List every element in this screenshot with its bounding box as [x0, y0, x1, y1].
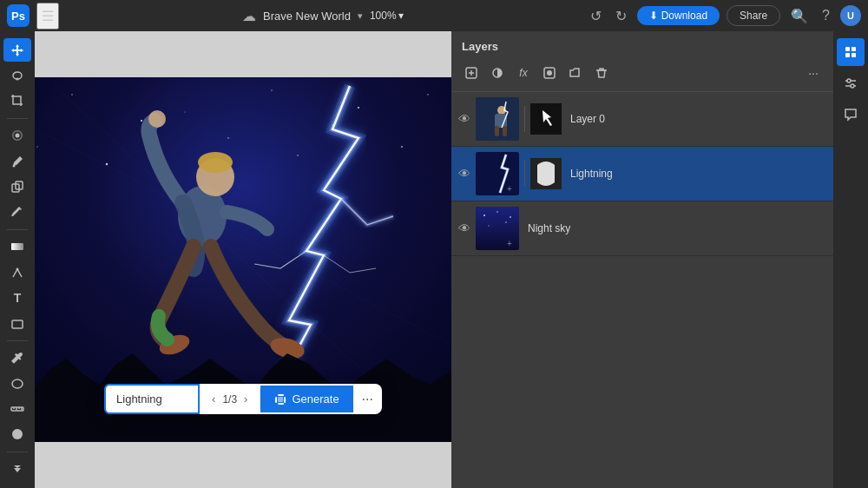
prev-result-button[interactable]: ‹ — [208, 389, 219, 409]
svg-point-3 — [13, 164, 16, 167]
floating-toolbar: ‹ 1/3 › Generate ··· — [104, 384, 382, 414]
svg-point-15 — [12, 429, 23, 439]
zoom-control[interactable]: 100% ▾ — [370, 10, 404, 22]
svg-point-9 — [12, 379, 23, 388]
tool-separator-4 — [7, 452, 28, 452]
crop-tool[interactable] — [3, 89, 31, 113]
more-tools-button[interactable] — [3, 458, 31, 481]
topbar-right: ↺ ↻ ⬇ Download Share 🔍 ? U — [587, 5, 861, 26]
svg-rect-73 — [852, 53, 856, 57]
comments-button[interactable] — [837, 101, 865, 129]
ruler-tool[interactable] — [3, 397, 31, 420]
svg-point-7 — [16, 267, 19, 270]
svg-rect-8 — [12, 320, 23, 328]
generate-icon — [274, 393, 286, 406]
lasso-tool[interactable] — [3, 63, 31, 87]
canvas-image: ‹ 1/3 › Generate ··· — [35, 77, 451, 442]
ellipse-tool[interactable] — [3, 372, 31, 395]
main-area: T — [0, 31, 868, 488]
tool-separator-2 — [7, 229, 28, 230]
layer-thumbnail-0 — [476, 97, 519, 141]
layer-mask-lightning — [530, 158, 562, 189]
svg-point-1 — [16, 77, 19, 80]
ps-logo[interactable]: Ps — [7, 4, 30, 27]
svg-rect-72 — [845, 53, 850, 57]
svg-rect-41 — [275, 397, 277, 403]
svg-point-66 — [510, 216, 511, 218]
tool-separator-1 — [7, 118, 28, 119]
clone-tool[interactable] — [3, 175, 31, 198]
canvas-area[interactable]: ‹ 1/3 › Generate ··· — [35, 31, 451, 488]
next-result-button[interactable]: › — [240, 389, 251, 409]
svg-text:+: + — [507, 184, 512, 194]
fill-tool[interactable] — [3, 423, 31, 446]
eraser-tool[interactable] — [3, 201, 31, 224]
topbar-left: Ps ☰ — [7, 3, 59, 30]
svg-rect-44 — [278, 403, 284, 405]
layer-thumbnail-sky: + — [476, 207, 519, 250]
svg-rect-6 — [11, 243, 23, 250]
text-tool[interactable]: T — [3, 286, 31, 309]
svg-point-51 — [547, 70, 552, 76]
layer-visibility-toggle[interactable]: 👁 — [458, 112, 470, 126]
healing-tool[interactable] — [3, 124, 31, 148]
more-options-button[interactable]: ··· — [353, 385, 382, 414]
eyedropper-tool[interactable] — [3, 346, 31, 370]
generate-button[interactable]: Generate — [260, 386, 352, 412]
svg-point-64 — [483, 214, 485, 216]
svg-rect-45 — [278, 397, 283, 402]
svg-point-2 — [16, 134, 20, 138]
prompt-input[interactable] — [104, 384, 200, 414]
layer-mode-button[interactable] — [486, 62, 509, 84]
layer-item[interactable]: 👁 — [451, 92, 833, 147]
brush-tool[interactable] — [3, 149, 31, 173]
svg-rect-43 — [284, 397, 286, 403]
mask-separator — [524, 161, 525, 187]
path-tool[interactable] — [3, 260, 31, 284]
layers-panel: Layers fx ·· — [451, 31, 833, 488]
svg-point-65 — [496, 211, 498, 213]
gradient-tool[interactable] — [3, 235, 31, 259]
move-tool[interactable] — [3, 38, 31, 62]
text-icon: T — [14, 291, 22, 305]
fx-icon: fx — [519, 67, 527, 79]
svg-rect-59 — [476, 152, 519, 195]
delete-layer-button[interactable] — [590, 62, 613, 84]
layer-mask-button[interactable] — [538, 62, 561, 84]
layers-toolbar: fx ··· — [451, 58, 833, 92]
help-button[interactable]: ? — [819, 6, 833, 25]
topbar: Ps ☰ ☁ Brave New World ▾ 100% ▾ ↺ ↻ ⬇ Do… — [0, 0, 868, 31]
zoom-value: 100% — [370, 10, 397, 22]
download-icon: ⬇ — [649, 10, 658, 22]
svg-point-76 — [847, 79, 851, 82]
download-button[interactable]: ⬇ Download — [637, 6, 720, 25]
svg-text:+: + — [507, 239, 512, 248]
layer-item[interactable]: 👁 + — [451, 147, 833, 201]
hamburger-menu-button[interactable]: ☰ — [36, 3, 59, 30]
left-toolbar: T — [0, 31, 35, 488]
zoom-chevron-icon: ▾ — [398, 10, 404, 22]
svg-rect-42 — [278, 394, 284, 396]
layers-panel-title: Layers — [451, 31, 833, 58]
layer-visibility-toggle[interactable]: 👁 — [458, 221, 470, 235]
layer-group-button[interactable] — [564, 62, 587, 84]
avatar[interactable]: U — [840, 5, 861, 26]
plugins-button[interactable] — [837, 38, 865, 66]
add-layer-button[interactable] — [460, 62, 483, 84]
side-icon-bar — [833, 31, 868, 488]
cloud-icon: ☁ — [242, 8, 256, 24]
shape-tool[interactable] — [3, 312, 31, 335]
undo-button[interactable]: ↺ — [587, 6, 605, 26]
layer-item[interactable]: 👁 — [451, 201, 833, 256]
title-chevron-icon[interactable]: ▾ — [358, 10, 363, 22]
tool-separator-3 — [7, 340, 28, 341]
search-button[interactable]: 🔍 — [787, 6, 812, 26]
redo-button[interactable]: ↻ — [612, 6, 630, 26]
layer-fx-button[interactable]: fx — [512, 62, 535, 84]
layer-name-lightning: Lightning — [570, 168, 613, 180]
right-panel: Layers fx ·· — [451, 31, 868, 488]
layer-more-button[interactable]: ··· — [802, 62, 825, 84]
layer-visibility-toggle[interactable]: 👁 — [458, 167, 470, 181]
adjustments-button[interactable] — [837, 69, 865, 97]
share-button[interactable]: Share — [727, 5, 780, 26]
